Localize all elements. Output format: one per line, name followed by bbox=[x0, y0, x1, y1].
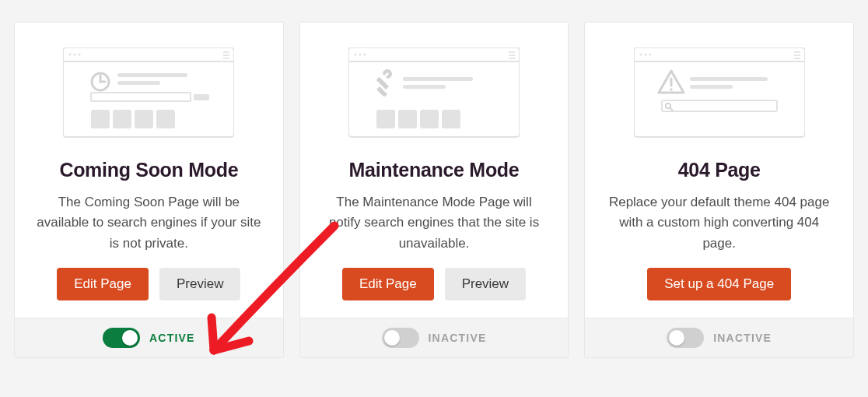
svg-rect-29 bbox=[398, 110, 417, 128]
coming-soon-card: Coming Soon Mode The Coming Soon Page wi… bbox=[14, 22, 284, 358]
svg-point-19 bbox=[354, 53, 356, 55]
svg-rect-14 bbox=[91, 110, 110, 128]
svg-rect-12 bbox=[91, 93, 191, 101]
svg-point-45 bbox=[665, 104, 670, 108]
card-title: Maintenance Mode bbox=[349, 159, 520, 181]
svg-point-34 bbox=[644, 53, 646, 55]
mode-cards-row: Coming Soon Mode The Coming Soon Page wi… bbox=[14, 22, 854, 358]
status-toggle[interactable] bbox=[667, 328, 704, 348]
card-buttons: Set up a 404 Page bbox=[647, 268, 791, 300]
svg-rect-16 bbox=[135, 110, 153, 128]
status-label: INACTIVE bbox=[429, 332, 487, 344]
card-description: The Coming Soon Page will be available t… bbox=[15, 192, 283, 254]
svg-point-2 bbox=[74, 53, 76, 55]
404-illustration bbox=[634, 47, 805, 145]
svg-line-46 bbox=[670, 108, 673, 111]
status-label: INACTIVE bbox=[713, 332, 772, 344]
card-buttons: Edit Page Preview bbox=[57, 268, 240, 300]
card-footer: ACTIVE bbox=[15, 318, 283, 357]
search-icon bbox=[665, 104, 672, 111]
edit-page-button[interactable]: Edit Page bbox=[342, 268, 434, 300]
404-page-card: 404 Page Replace your default theme 404 … bbox=[584, 22, 854, 358]
svg-rect-28 bbox=[376, 110, 395, 128]
svg-rect-11 bbox=[117, 81, 160, 85]
preview-button[interactable]: Preview bbox=[159, 268, 240, 300]
maintenance-mode-card: Maintenance Mode The Maintenance Mode Pa… bbox=[299, 22, 569, 358]
card-footer: INACTIVE bbox=[585, 318, 853, 357]
setup-404-button[interactable]: Set up a 404 Page bbox=[647, 268, 791, 300]
svg-point-21 bbox=[363, 53, 366, 55]
svg-rect-15 bbox=[113, 110, 131, 128]
svg-rect-17 bbox=[156, 110, 175, 128]
svg-rect-13 bbox=[194, 94, 209, 100]
svg-point-41 bbox=[670, 88, 673, 91]
svg-rect-43 bbox=[690, 85, 733, 89]
card-description: The Maintenance Mode Page will notify se… bbox=[300, 192, 569, 254]
status-label: ACTIVE bbox=[149, 332, 195, 344]
svg-point-33 bbox=[639, 53, 642, 55]
tools-icon bbox=[376, 69, 392, 97]
svg-rect-30 bbox=[420, 110, 439, 128]
svg-point-3 bbox=[79, 53, 81, 55]
svg-rect-44 bbox=[662, 100, 777, 111]
maintenance-illustration bbox=[348, 47, 520, 145]
card-description: Replace your default theme 404 page with… bbox=[585, 192, 853, 254]
preview-button[interactable]: Preview bbox=[445, 268, 526, 300]
edit-page-button[interactable]: Edit Page bbox=[57, 268, 149, 300]
svg-point-1 bbox=[69, 53, 72, 55]
warning-icon bbox=[659, 71, 684, 93]
card-buttons: Edit Page Preview bbox=[342, 268, 526, 300]
svg-rect-10 bbox=[117, 73, 187, 77]
status-toggle[interactable] bbox=[103, 328, 140, 348]
svg-point-20 bbox=[359, 53, 361, 55]
status-toggle[interactable] bbox=[382, 328, 419, 348]
card-title: Coming Soon Mode bbox=[59, 159, 238, 181]
svg-point-35 bbox=[649, 53, 651, 55]
card-title: 404 Page bbox=[678, 159, 761, 181]
svg-rect-27 bbox=[403, 85, 446, 89]
svg-rect-31 bbox=[442, 110, 460, 128]
coming-soon-illustration bbox=[63, 47, 234, 145]
svg-rect-42 bbox=[690, 77, 768, 81]
svg-rect-26 bbox=[403, 77, 473, 81]
card-footer: INACTIVE bbox=[300, 318, 569, 357]
